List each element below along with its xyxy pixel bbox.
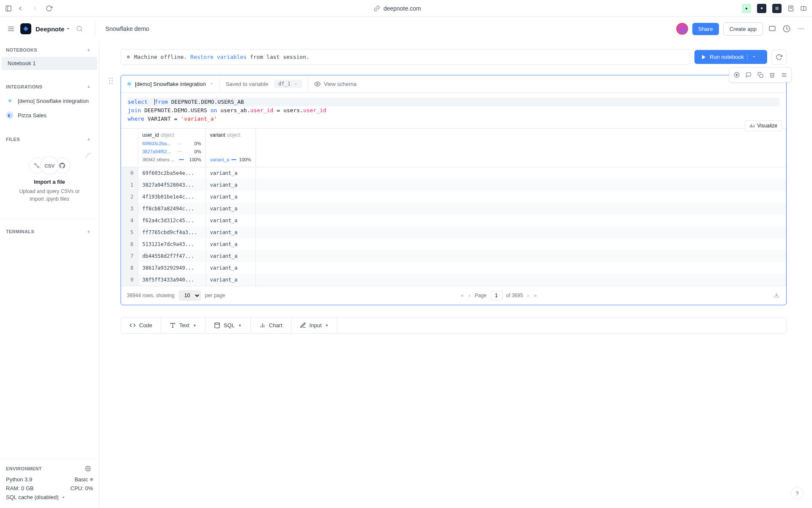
table-row[interactable]: 7db44558d2f7f47...variant_a	[121, 250, 786, 262]
avatar[interactable]	[676, 23, 688, 35]
delete-icon[interactable]	[767, 69, 778, 80]
files-dropzone[interactable]: CSV Import a file Upload and query CSVs …	[6, 150, 93, 210]
add-input-button[interactable]: Input▼	[291, 318, 338, 333]
svg-point-26	[112, 78, 112, 79]
svg-rect-33	[760, 74, 763, 77]
brand[interactable]: Deepnote	[36, 25, 70, 33]
page-input[interactable]	[490, 291, 503, 300]
comment-icon[interactable]	[743, 69, 754, 80]
browser-bar: deepnote.com ● ✦ ⊞	[0, 0, 812, 17]
add-code-button[interactable]: Code	[121, 318, 161, 333]
copy-icon[interactable]	[755, 69, 766, 80]
snowflake-icon: ❄	[127, 81, 132, 87]
back-icon[interactable]	[17, 5, 24, 12]
table-row[interactable]: 24f193b01be1e4c...variant_a	[121, 191, 786, 203]
app-header: Deepnote Snowflake demo Share Create app	[0, 17, 812, 41]
tabs-icon[interactable]	[800, 5, 807, 12]
url-text[interactable]: deepnote.com	[384, 5, 421, 12]
ext-icon-3[interactable]: ⊞	[772, 4, 782, 13]
ext-icon-1[interactable]: ●	[742, 4, 751, 13]
logo[interactable]	[20, 23, 31, 34]
drop-subtitle: Upload and query CSVs or import .ipynb f…	[13, 188, 86, 203]
sql-editor[interactable]: select from DEEPNOTE.DEMO.USERS_AB join …	[121, 93, 786, 128]
status-prefix: Machine offline.	[134, 54, 190, 60]
share-button[interactable]: Share	[692, 23, 719, 35]
sidebar-item-snowflake[interactable]: ❄ [demo] Snowflake integration	[0, 94, 99, 108]
add-notebook-button[interactable]: +	[85, 46, 93, 54]
run-notebook-button[interactable]: Run notebook	[694, 50, 767, 64]
last-page-icon[interactable]: »	[533, 292, 538, 299]
database-icon: ◐	[6, 111, 14, 119]
menu-icon[interactable]	[6, 24, 16, 34]
gear-icon[interactable]	[83, 464, 93, 474]
csv-icon: CSV	[40, 156, 59, 175]
sql-cell: ❄ [demo] Snowflake integration Saved to …	[121, 75, 787, 305]
table-row[interactable]: 838617a93292949...variant_a	[121, 262, 786, 274]
table-row[interactable]: 3ff8cb87a82494c...variant_a	[121, 203, 786, 215]
sidebar-item-pizza[interactable]: ◐ Pizza Sales	[0, 108, 99, 122]
svg-point-16	[801, 28, 801, 29]
svg-marker-10	[67, 28, 69, 30]
svg-point-11	[77, 26, 82, 31]
svg-point-47	[215, 323, 219, 325]
next-page-icon[interactable]: ›	[527, 292, 530, 299]
table-row[interactable]: 6513121e7dc9a43...variant_a	[121, 238, 786, 250]
view-schema-button[interactable]: View schema	[308, 77, 362, 91]
link-icon	[373, 5, 380, 12]
svg-rect-0	[6, 6, 11, 11]
svg-rect-13	[769, 26, 775, 31]
drag-handle-icon[interactable]	[109, 77, 113, 86]
prev-page-icon[interactable]: ‹	[468, 292, 472, 299]
help-button[interactable]: ?	[791, 487, 804, 500]
table-row[interactable]: 938f5ff3433a940...variant_a	[121, 274, 786, 286]
svg-point-21	[87, 468, 89, 469]
cell-menu-icon[interactable]	[779, 69, 790, 80]
comments-icon[interactable]	[767, 24, 777, 34]
table-row[interactable]: 5ff7765cbd9cf4a3...variant_a	[121, 226, 786, 238]
sidebar-item-notebook[interactable]: Notebook 1	[2, 57, 97, 70]
sidebar-toggle-icon[interactable]	[5, 5, 12, 12]
add-chart-button[interactable]: Chart	[251, 318, 291, 333]
add-sql-button[interactable]: SQL▼	[206, 318, 251, 333]
env-cpu: CPU: 0%	[71, 485, 93, 491]
add-terminal-button[interactable]: +	[85, 227, 93, 236]
svg-marker-32	[736, 74, 738, 76]
main: Machine offline. Restore variables from …	[99, 41, 812, 508]
create-app-button[interactable]: Create app	[723, 22, 763, 36]
add-file-button[interactable]: +	[85, 135, 93, 144]
svg-point-17	[803, 28, 804, 29]
reader-icon[interactable]	[787, 5, 794, 12]
history-icon[interactable]	[782, 24, 792, 34]
first-page-icon[interactable]: «	[460, 292, 465, 299]
restore-link[interactable]: Restore variables	[190, 54, 247, 60]
variable-pill[interactable]: df_1	[274, 80, 302, 88]
page-title[interactable]: Snowflake demo	[105, 25, 672, 32]
column-header[interactable]: user_idobject69f603c2ba...0%3827a94f52..…	[138, 129, 206, 167]
page-size-select[interactable]: 10	[179, 290, 201, 301]
snowflake-icon: ❄	[6, 97, 14, 105]
svg-point-29	[109, 83, 110, 84]
env-cache[interactable]: SQL cache (disabled)	[6, 494, 59, 500]
download-icon[interactable]	[773, 291, 780, 300]
integration-selector[interactable]: ❄ [demo] Snowflake integration	[121, 77, 220, 91]
run-dropdown-button[interactable]	[747, 54, 760, 60]
search-icon[interactable]	[74, 25, 85, 32]
svg-marker-23	[702, 55, 705, 59]
run-cell-icon[interactable]	[731, 69, 742, 80]
table-row[interactable]: 13827a94f528043...variant_a	[121, 179, 786, 191]
forward-icon[interactable]	[31, 5, 38, 12]
offline-dot-icon	[127, 55, 130, 58]
table-row[interactable]: 069f603c2ba5e4e...variant_a	[121, 167, 786, 179]
add-text-button[interactable]: Text▼	[161, 318, 206, 333]
ext-icon-2[interactable]: ✦	[757, 4, 766, 13]
refresh-button[interactable]	[771, 50, 787, 65]
table-row[interactable]: 4f62a4c3d312c45...variant_a	[121, 215, 786, 226]
sidebar: NOTEBOOKS+ Notebook 1 INTEGRATIONS+ ❄ [d…	[0, 41, 99, 508]
svg-point-15	[798, 28, 799, 29]
refresh-icon[interactable]	[46, 5, 52, 12]
more-icon[interactable]	[796, 24, 806, 34]
column-header[interactable]: variantobject variant_a100%	[206, 129, 255, 167]
env-python[interactable]: Python 3.9	[6, 476, 32, 483]
visualize-button[interactable]: Visualize	[745, 120, 782, 131]
add-integration-button[interactable]: +	[85, 83, 93, 91]
